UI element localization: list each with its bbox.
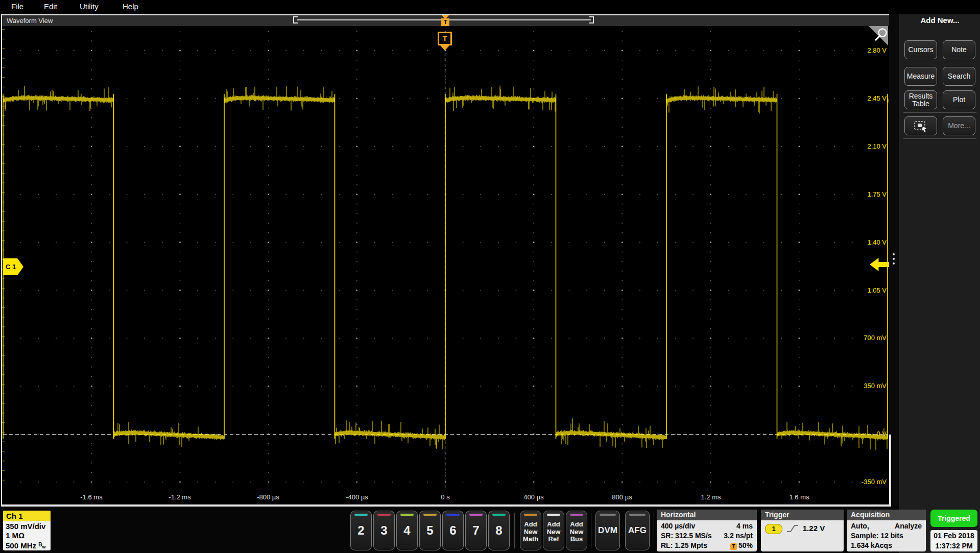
horizontal-scale: 400 µs/div	[661, 521, 695, 531]
menu-file[interactable]: File	[11, 2, 23, 11]
trigger-panel[interactable]: Trigger 1 1.22 V	[761, 510, 844, 551]
acquisition-window-left-bracket	[293, 16, 298, 23]
button-color-stripe	[570, 514, 583, 516]
channel-7-button[interactable]: 7	[465, 511, 487, 550]
acquisition-sample: Sample: 12 bits	[851, 531, 922, 541]
acquisition-mode: Auto,	[851, 521, 869, 531]
bottom-bar-separator	[591, 513, 591, 548]
add-new-title: Add New...	[899, 16, 980, 25]
plot-background	[2, 26, 889, 504]
channel-color-stripe	[446, 514, 460, 516]
rising-edge-slope-icon	[786, 524, 799, 533]
add-new-note-button[interactable]: Note	[943, 40, 975, 59]
y-axis-label: -350 mV	[846, 478, 887, 486]
menu-edit[interactable]: Edit	[44, 2, 57, 11]
menu-help[interactable]: Help	[123, 2, 138, 11]
afg-button[interactable]: AFG	[625, 511, 650, 550]
button-color-stripe	[600, 514, 616, 516]
channel-color-stripe	[377, 514, 391, 516]
y-axis-label: 2.45 V	[846, 94, 887, 102]
acquisition-panel[interactable]: Acquisition Auto,Analyze Sample: 12 bits…	[847, 510, 926, 551]
panel-separator	[903, 138, 976, 139]
channel-8-button[interactable]: 8	[488, 511, 510, 550]
bottom-bar-separator	[654, 513, 654, 548]
y-axis-label: 2.10 V	[846, 142, 887, 150]
button-color-stripe	[629, 514, 646, 516]
dvm-button[interactable]: DVM	[595, 511, 620, 550]
menu-bar: FileEditUtilityHelp	[0, 0, 980, 14]
x-axis-label: 1.6 ms	[776, 493, 822, 501]
add-new-search-button[interactable]: Search	[943, 67, 975, 86]
time-per-point: 3.2 ns/pt	[724, 531, 753, 541]
acquisition-analyze: Analyze	[895, 521, 922, 531]
channel-6-button[interactable]: 6	[442, 511, 464, 550]
button-color-stripe	[547, 514, 560, 516]
channel1-settings: 350 mV/div 1 MΩ 500 MHz Bw	[3, 521, 51, 550]
panel-splitter-handle[interactable]	[893, 253, 895, 255]
screen-annotation-button[interactable]	[904, 116, 937, 135]
screen-annotation-icon	[913, 120, 928, 132]
add-new-measure-button[interactable]: Measure	[904, 67, 937, 86]
date: 01 Feb 2018	[930, 531, 977, 541]
acquisition-count: 1.634 kAcqs	[851, 541, 922, 550]
channel-3-button[interactable]: 3	[373, 511, 395, 550]
x-axis-label: 0 s	[422, 493, 468, 501]
panel-splitter-handle[interactable]	[893, 262, 895, 265]
y-axis-label: 350 mV	[846, 382, 887, 390]
channel-5-button[interactable]: 5	[419, 511, 441, 550]
x-axis-label: 400 µs	[511, 493, 557, 501]
sample-rate: SR: 312.5 MS/s	[661, 531, 712, 541]
record-length: RL: 1.25 Mpts	[661, 541, 707, 550]
trigger-flag-pointer-icon	[440, 45, 449, 51]
channel1-scale: 350 mV/div	[6, 522, 48, 531]
channel-color-stripe	[469, 514, 483, 516]
y-axis-label: 1.05 V	[846, 286, 887, 294]
more-button[interactable]: More...	[943, 116, 975, 135]
trigger-level: 1.22 V	[803, 524, 825, 533]
menu-utility[interactable]: Utility	[80, 2, 99, 11]
add-new-ref-button[interactable]: AddNewRef	[543, 511, 564, 550]
trigger-panel-title: Trigger	[761, 510, 844, 520]
trigger-status-badge: Triggered	[930, 510, 977, 527]
trigger-t-icon: T	[730, 543, 737, 550]
oscilloscope-ui: FileEditUtilityHelp Waveform View T 2.80…	[0, 0, 980, 553]
button-color-stripe	[524, 514, 537, 516]
y-axis-label: 0 V	[846, 430, 887, 438]
add-new-cursors-button[interactable]: Cursors	[904, 40, 937, 59]
add-new-bus-button[interactable]: AddNewBus	[566, 511, 587, 550]
x-axis-label: -1.6 ms	[68, 493, 114, 501]
horizontal-panel-title: Horizontal	[657, 510, 757, 520]
trigger-flag[interactable]: T	[438, 32, 452, 45]
x-axis-label: 1.2 ms	[688, 493, 734, 501]
window-border-right	[889, 435, 891, 506]
channel1-impedance: 1 MΩ	[6, 531, 48, 540]
add-new-plot-button[interactable]: Plot	[943, 90, 975, 109]
panel-splitter-handle[interactable]	[893, 258, 895, 260]
channel1-badge[interactable]: Ch 1 350 mV/div 1 MΩ 500 MHz Bw	[3, 511, 51, 550]
x-axis-label: -400 µs	[334, 493, 380, 501]
channel-4-button[interactable]: 4	[396, 511, 418, 550]
horizontal-panel[interactable]: Horizontal 400 µs/div4 ms SR: 312.5 MS/s…	[657, 510, 757, 551]
x-axis-label: -1.2 ms	[157, 493, 203, 501]
channel-color-stripe	[492, 514, 506, 516]
acquisition-window-right-bracket	[589, 16, 594, 23]
window-title: Waveform View	[2, 17, 53, 25]
y-axis-label: 700 mV	[846, 334, 887, 342]
datetime-badge: 01 Feb 2018 1:37:32 PM	[930, 530, 977, 551]
horizontal-window: 4 ms	[736, 521, 753, 531]
x-axis-label: -800 µs	[245, 493, 291, 501]
add-new-math-button[interactable]: AddNewMath	[520, 511, 541, 550]
channel1-name: Ch 1	[3, 511, 51, 521]
add-new-results-table-button[interactable]: Results Table	[904, 90, 937, 109]
trigger-position-pct: T50%	[730, 541, 753, 550]
trigger-source-badge: 1	[765, 524, 782, 534]
x-axis-label: 800 µs	[599, 493, 645, 501]
trigger-position-marker[interactable]: T	[441, 18, 449, 26]
channel-2-button[interactable]: 2	[350, 511, 372, 550]
channel1-bandwidth: 500 MHz Bw	[6, 540, 48, 550]
add-new-panel: Add New... CursorsNoteMeasureSearchResul…	[899, 14, 980, 553]
channel-color-stripe	[423, 514, 437, 516]
bottom-bar-separator	[514, 513, 515, 548]
y-axis-label: 1.75 V	[846, 190, 887, 198]
y-axis-label: 2.80 V	[846, 46, 887, 54]
